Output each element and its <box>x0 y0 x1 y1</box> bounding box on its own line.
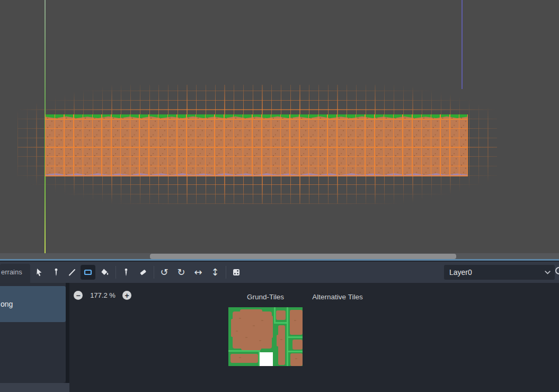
toolbar-separator <box>154 266 154 279</box>
rect-tool-icon <box>83 268 93 277</box>
sources-bottom-bar <box>0 383 69 392</box>
toolbar-separator <box>116 266 116 279</box>
zoom-out-button[interactable]: − <box>74 291 83 300</box>
line-tool-button[interactable] <box>65 265 79 280</box>
selection-arrow-icon <box>34 268 44 277</box>
paint-tool-icon <box>51 268 61 277</box>
sidebar-splitter[interactable] <box>66 283 69 383</box>
tile-source-label: ong <box>1 300 13 308</box>
flip-horizontal-button[interactable]: ↔ <box>191 265 206 280</box>
zoom-in-button[interactable]: + <box>122 291 131 300</box>
rect-tool-button[interactable] <box>81 265 95 280</box>
dice-icon <box>232 268 241 277</box>
bucket-tool-button[interactable] <box>97 265 112 280</box>
minus-icon: − <box>76 292 80 299</box>
bucket-fill-icon <box>100 268 110 277</box>
tiles-bottom-panel: ong − 177.2 % + Grund-Tiles Alternative … <box>0 283 559 392</box>
flip-vertical-icon: ↕ <box>211 268 219 277</box>
tile-atlas-pane: − 177.2 % + Grund-Tiles Alternative Tile… <box>69 283 559 392</box>
rotate-left-button[interactable]: ↺ <box>157 265 172 280</box>
viewport-guide-line <box>462 0 463 89</box>
selection-tool-button[interactable] <box>32 265 47 280</box>
rotate-right-icon: ↻ <box>177 268 185 277</box>
clipped-edge-icon[interactable] <box>555 267 559 274</box>
painted-tiles-region[interactable] <box>45 114 468 176</box>
scene-canvas[interactable] <box>0 0 559 253</box>
horizontal-scrollbar-thumb[interactable] <box>150 254 456 259</box>
alternative-tiles-label: Alternative Tiles <box>295 293 380 301</box>
eraser-icon <box>138 268 148 277</box>
eraser-tool-button[interactable] <box>136 265 150 280</box>
tilemap-editor-window: errains <box>0 0 559 392</box>
tab-terrains[interactable]: errains <box>0 264 30 283</box>
horizontal-scrollbar[interactable] <box>0 253 559 259</box>
plus-icon: + <box>125 292 129 299</box>
rotate-left-icon: ↺ <box>160 268 168 277</box>
paint-tool-button[interactable] <box>49 265 64 280</box>
layer-dropdown[interactable]: Layer0 <box>444 265 555 280</box>
toolbar-separator <box>226 266 226 279</box>
rotate-right-button[interactable]: ↻ <box>174 265 189 280</box>
picker-tool-button[interactable] <box>119 265 134 280</box>
tilemap-toolbar: errains <box>0 262 559 283</box>
tile-source-item[interactable]: ong <box>0 286 66 322</box>
layer-dropdown-value: Layer0 <box>449 268 545 277</box>
tile-atlas-image[interactable] <box>228 307 303 366</box>
zoom-percentage: 177.2 % <box>85 291 120 300</box>
tile-sources-list[interactable]: ong <box>0 283 66 383</box>
flip-horizontal-icon: ↔ <box>194 268 202 277</box>
chevron-down-icon <box>545 271 551 274</box>
random-tile-button[interactable] <box>229 265 244 280</box>
picker-eyedropper-icon <box>121 268 131 277</box>
line-tool-icon <box>67 268 77 277</box>
painted-grid-lines <box>45 114 468 176</box>
flip-vertical-button[interactable]: ↕ <box>208 265 223 280</box>
